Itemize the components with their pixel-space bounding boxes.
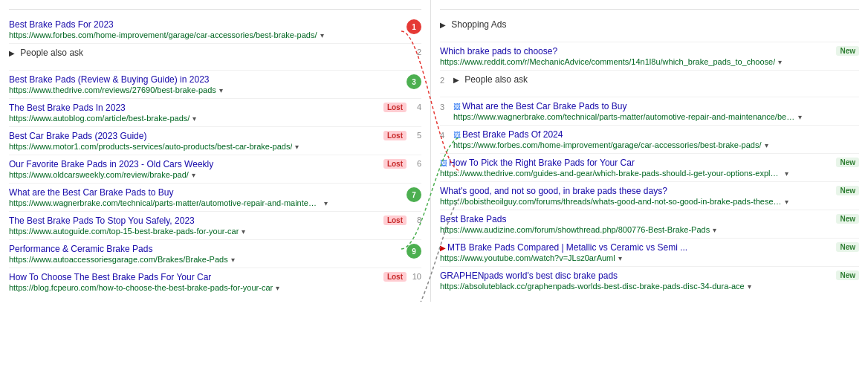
result-content: ▶ Shopping Ads: [440, 19, 859, 30]
result-title-link[interactable]: 🖼What are the Best Car Brake Pads to Buy: [453, 101, 795, 111]
result-title-link[interactable]: What are the Best Car Brake Pads to Buy: [9, 187, 321, 198]
result-url: https://www.motor1.com/products-services…: [9, 142, 292, 151]
result-url: https://www.thedrive.com/reviews/27690/b…: [9, 85, 216, 94]
result-row: 2▶ People also ask: [440, 71, 859, 97]
result-content: Best Brake Pads For 2023https://www.forb…: [9, 19, 402, 39]
result-title-link[interactable]: GRAPHENpads world's best disc brake pads: [440, 271, 782, 281]
result-content: Performance & Ceramic Brake Padshttps://…: [9, 244, 402, 264]
result-content: Our Favorite Brake Pads in 2023 - Old Ca…: [9, 159, 379, 179]
result-title-link[interactable]: Best Brake Pads: [440, 214, 782, 224]
result-row: 4🖼Best Brake Pads Of 2024https://www.for…: [440, 126, 859, 154]
result-title-link[interactable]: Best Car Brake Pads (2023 Guide): [9, 131, 321, 141]
dropdown-arrow-icon[interactable]: ▾: [324, 199, 328, 207]
dropdown-arrow-icon[interactable]: ▾: [785, 198, 788, 206]
result-row: Our Favorite Brake Pads in 2023 - Old Ca…: [9, 155, 421, 184]
dropdown-arrow-icon[interactable]: ▾: [219, 86, 223, 94]
dropdown-arrow-icon[interactable]: ▾: [192, 171, 195, 179]
result-content: 🖼How To Pick the Right Brake Pads for Yo…: [440, 158, 832, 178]
right-column: ▶ Shopping AdsWhich brake pads to choose…: [431, 0, 868, 302]
result-row: What are the Best Car Brake Pads to Buyh…: [9, 184, 421, 212]
result-title-link[interactable]: Best Brake Pads (Review & Buying Guide) …: [9, 74, 321, 85]
dropdown-arrow-icon[interactable]: ▾: [713, 226, 716, 234]
result-title-link[interactable]: The Best Brake Pads To Stop You Safely, …: [9, 216, 321, 226]
result-row: Best Brake Padshttps://www.audizine.com/…: [440, 210, 859, 239]
result-content: ▶ People also ask: [453, 74, 859, 85]
result-title-link[interactable]: Performance & Ceramic Brake Pads: [9, 244, 321, 254]
dropdown-arrow-icon[interactable]: ▾: [242, 227, 245, 236]
result-content: ▶MTB Brake Pads Compared | Metallic vs C…: [440, 242, 832, 262]
image-icon: 🖼: [453, 103, 461, 111]
dropdown-arrow-icon[interactable]: ▾: [618, 254, 622, 262]
rank-circle-badge: 1: [407, 19, 421, 34]
left-header: [9, 6, 421, 10]
dropdown-arrow-icon[interactable]: ▾: [295, 143, 299, 151]
right-header: [440, 6, 859, 10]
result-title-link[interactable]: How To Choose The Best Brake Pads For Yo…: [9, 272, 321, 282]
result-content: Best Brake Padshttps://www.audizine.com/…: [440, 214, 832, 234]
result-content: Best Car Brake Pads (2023 Guide)https://…: [9, 131, 379, 151]
rank-number: 6: [411, 159, 421, 168]
main-container: Best Brake Pads For 2023https://www.forb…: [0, 0, 868, 302]
result-url: https://www.wagnerbrake.com/technical/pa…: [453, 112, 795, 121]
result-title-link[interactable]: ▶MTB Brake Pads Compared | Metallic vs C…: [440, 242, 782, 253]
result-title-link[interactable]: The Best Brake Pads In 2023: [9, 103, 321, 113]
result-title-link[interactable]: 🖼Best Brake Pads Of 2024: [453, 129, 795, 140]
right-results-list: ▶ Shopping AdsWhich brake pads to choose…: [440, 16, 859, 294]
result-url: https://blog.fcpeuro.com/how-to-choose-t…: [9, 283, 273, 292]
dropdown-arrow-icon[interactable]: ▾: [192, 114, 196, 123]
dropdown-arrow-icon[interactable]: ▾: [798, 113, 802, 121]
rank-circle-badge: 3: [407, 74, 421, 89]
dropdown-arrow-icon[interactable]: ▾: [748, 282, 751, 291]
dropdown-arrow-icon[interactable]: ▾: [785, 169, 788, 178]
result-url: https://bobistheoilguy.com/forums/thread…: [440, 197, 782, 206]
rank-circle-badge: 9: [407, 244, 421, 259]
result-url: https://www.forbes.com/home-improvement/…: [453, 140, 762, 149]
left-column: Best Brake Pads For 2023https://www.forb…: [0, 0, 431, 302]
result-title-link[interactable]: Our Favorite Brake Pads in 2023 - Old Ca…: [9, 159, 321, 169]
result-title-link[interactable]: What's good, and not so good, in brake p…: [440, 186, 782, 196]
people-also-ask-label: ▶ People also ask: [453, 74, 528, 85]
rank-circle-badge: 7: [407, 187, 421, 202]
result-title-link[interactable]: Which brake pads to choose?: [440, 46, 782, 56]
result-content: 🖼Best Brake Pads Of 2024https://www.forb…: [453, 129, 859, 149]
result-content: 🖼What are the Best Car Brake Pads to Buy…: [453, 101, 859, 121]
result-row: ▶ Shopping Ads: [440, 16, 859, 42]
result-row: 3🖼What are the Best Car Brake Pads to Bu…: [440, 97, 859, 126]
result-row: What's good, and not so good, in brake p…: [440, 182, 859, 210]
result-url: https://www.wagnerbrake.com/technical/pa…: [9, 198, 321, 207]
result-content: ▶ People also ask: [9, 48, 407, 58]
dropdown-arrow-icon[interactable]: ▾: [765, 141, 768, 149]
result-url: https://www.oldcarsweekly.com/review/bra…: [9, 170, 189, 179]
result-url: https://www.audizine.com/forum/showthrea…: [440, 225, 710, 234]
result-url: https://www.autoguide.com/top-15-best-br…: [9, 227, 239, 236]
result-row: Performance & Ceramic Brake Padshttps://…: [9, 240, 421, 268]
rank-number: 2: [411, 48, 421, 56]
dropdown-arrow-icon[interactable]: ▾: [231, 256, 235, 264]
result-row: ▶MTB Brake Pads Compared | Metallic vs C…: [440, 239, 859, 267]
result-content: What's good, and not so good, in brake p…: [440, 186, 832, 206]
result-title-link[interactable]: 🖼How To Pick the Right Brake Pads for Yo…: [440, 158, 782, 168]
result-content: GRAPHENpads world's best disc brake pads…: [440, 271, 832, 291]
rank-number: 4: [411, 103, 421, 111]
result-url: https://www.thedrive.com/guides-and-gear…: [440, 169, 782, 178]
result-row: Which brake pads to choose?https://www.r…: [440, 42, 859, 71]
result-row: ▶ People also ask2: [9, 44, 421, 71]
new-badge: New: [836, 214, 859, 224]
dropdown-arrow-icon[interactable]: ▾: [320, 31, 324, 39]
result-content: How To Choose The Best Brake Pads For Yo…: [9, 272, 379, 292]
people-also-ask-label: ▶ People also ask: [9, 48, 83, 58]
dropdown-arrow-icon[interactable]: ▾: [276, 284, 279, 292]
image-icon: 🖼: [440, 159, 447, 167]
lost-badge: Lost: [383, 103, 407, 112]
dropdown-arrow-icon[interactable]: ▾: [778, 58, 782, 66]
image-icon: 🖼: [453, 131, 461, 139]
result-row: GRAPHENpads world's best disc brake pads…: [440, 267, 859, 294]
result-title-link[interactable]: Best Brake Pads For 2023: [9, 19, 321, 30]
result-url: https://www.reddit.com/r/MechanicAdvice/…: [440, 57, 775, 66]
shopping-ads-label: ▶ Shopping Ads: [440, 19, 506, 30]
left-results-list: Best Brake Pads For 2023https://www.forb…: [9, 16, 421, 296]
rank-number: 2: [440, 76, 450, 85]
result-row: How To Choose The Best Brake Pads For Yo…: [9, 268, 421, 296]
new-badge: New: [836, 158, 859, 167]
new-badge: New: [836, 186, 859, 195]
